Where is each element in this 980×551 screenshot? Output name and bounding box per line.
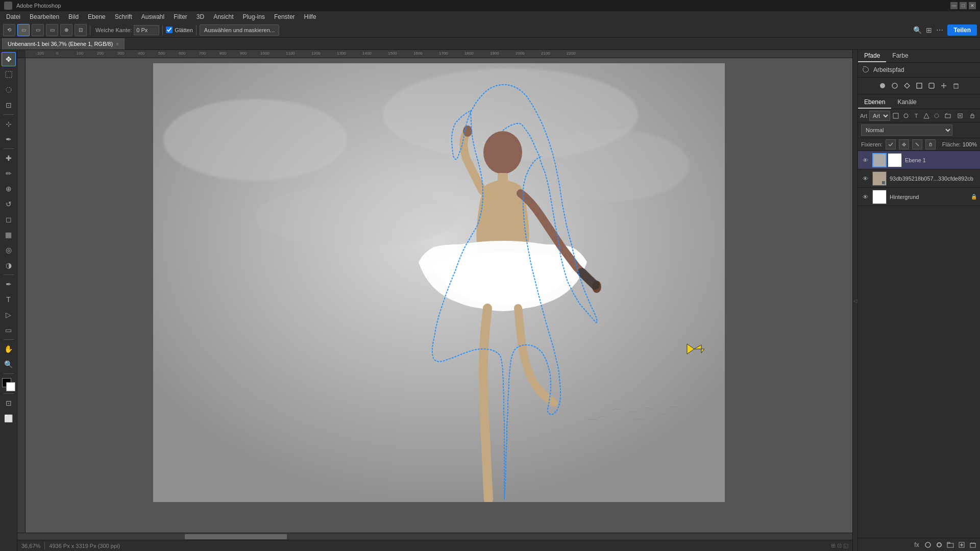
- share-button[interactable]: Teilen: [947, 24, 977, 36]
- dodge-tool[interactable]: ◑: [2, 258, 16, 272]
- visibility-hintergrund[interactable]: 👁: [861, 193, 869, 201]
- filter-smart-btn[interactable]: [932, 110, 941, 121]
- text-tool[interactable]: T: [2, 292, 16, 307]
- canvas[interactable]: [153, 63, 725, 502]
- filter-adj-btn[interactable]: [901, 110, 911, 121]
- lasso-rect2-btn[interactable]: ▭: [32, 24, 44, 36]
- lasso-rect-btn[interactable]: ▭: [17, 24, 30, 36]
- quick-mask-tool[interactable]: ⊡: [2, 396, 16, 410]
- pfade-btn-diamond[interactable]: [902, 81, 912, 91]
- blend-mode-select[interactable]: Normal: [861, 124, 952, 136]
- selection-tool[interactable]: [2, 67, 16, 82]
- foreground-background-colors[interactable]: [2, 378, 15, 391]
- scrollbar-horizontal[interactable]: [17, 533, 852, 540]
- pfade-btn-square[interactable]: [914, 81, 924, 91]
- filter-text-btn[interactable]: T: [912, 110, 921, 121]
- menu-datei[interactable]: Datei: [2, 12, 24, 21]
- canvas-container[interactable]: [26, 58, 852, 533]
- menu-3d[interactable]: 3D: [192, 12, 208, 21]
- ruler-tick-2: 100: [77, 51, 83, 56]
- tab-close-btn[interactable]: ×: [116, 41, 119, 47]
- add-adjustment-btn[interactable]: [934, 540, 944, 550]
- tab-farbe[interactable]: Farbe: [886, 50, 914, 62]
- layer-item-smartobj[interactable]: 👁 ⊡ 93db395218b057...330cfde892cb: [858, 169, 980, 188]
- filter-shape-btn[interactable]: [922, 110, 931, 121]
- tab-pfade[interactable]: Pfade: [858, 50, 886, 62]
- fx-btn[interactable]: fx: [912, 540, 922, 550]
- lock-art-btn[interactable]: [912, 139, 922, 149]
- pfade-btn-rounded-square[interactable]: [926, 81, 937, 91]
- zoom-tool[interactable]: 🔍: [2, 357, 16, 371]
- lock-toggle-btn[interactable]: [967, 110, 978, 121]
- pfade-btn-circle-outline[interactable]: [890, 81, 900, 91]
- menu-ansicht[interactable]: Ansicht: [209, 12, 237, 21]
- add-group-btn[interactable]: [945, 540, 955, 550]
- background-color[interactable]: [6, 382, 15, 391]
- new-layer-btn[interactable]: [954, 110, 966, 121]
- arrange-icon[interactable]: ⊞: [926, 26, 932, 34]
- visibility-ebene1[interactable]: 👁: [861, 156, 869, 164]
- healing-tool[interactable]: ✚: [2, 151, 16, 165]
- pen-tool[interactable]: ✒: [2, 277, 16, 291]
- lasso-option-btn[interactable]: ⊕: [60, 24, 72, 36]
- lasso-option2-btn[interactable]: ⊡: [75, 24, 87, 36]
- menu-bearbeiten[interactable]: Bearbeiten: [26, 12, 63, 21]
- add-mask-btn[interactable]: [923, 540, 933, 550]
- brush-tool[interactable]: ✏: [2, 166, 16, 181]
- gradient-tool[interactable]: ▦: [2, 228, 16, 242]
- add-new-layer-btn[interactable]: [957, 540, 967, 550]
- panel-collapse-handle[interactable]: ◁: [852, 50, 857, 551]
- flache-value[interactable]: 100%: [963, 141, 977, 147]
- menu-filter[interactable]: Filter: [169, 12, 191, 21]
- eraser-tool[interactable]: ◻: [2, 212, 16, 227]
- history-brush-tool[interactable]: ↺: [2, 197, 16, 211]
- pfade-btn-circle-filled[interactable]: [877, 81, 888, 91]
- menu-fenster[interactable]: Fenster: [270, 12, 299, 21]
- maximize-button[interactable]: □: [960, 2, 967, 9]
- tab-kanale[interactable]: Kanäle: [891, 96, 922, 109]
- more-icon[interactable]: ⋯: [936, 26, 943, 34]
- delete-layer-btn[interactable]: [968, 540, 978, 550]
- menu-hilfe[interactable]: Hilfe: [300, 12, 321, 21]
- lasso-rect3-btn[interactable]: ▭: [46, 24, 58, 36]
- lock-check-btn[interactable]: [886, 139, 896, 149]
- search-icon[interactable]: 🔍: [913, 26, 922, 34]
- art-select[interactable]: Art: [869, 111, 890, 121]
- tab-ebenen[interactable]: Ebenen: [858, 96, 891, 109]
- hand-tool[interactable]: ✋: [2, 342, 16, 356]
- smooth-checkbox[interactable]: [166, 27, 173, 33]
- lock-all-btn[interactable]: [925, 139, 936, 149]
- blur-tool[interactable]: ◎: [2, 243, 16, 257]
- minimize-button[interactable]: —: [950, 2, 958, 9]
- menu-auswahl[interactable]: Auswahl: [137, 12, 168, 21]
- shape-tool[interactable]: ▭: [2, 323, 16, 337]
- select-mask-btn[interactable]: Auswählen und maskieren...: [200, 24, 279, 36]
- layer-name-hintergrund: Hintergrund: [890, 194, 968, 200]
- document-tab[interactable]: Unbenannt-1 bei 36,7% (Ebene 1, RGB/8) ×: [2, 38, 125, 49]
- scrollbar-thumb-h[interactable]: [185, 534, 287, 539]
- menu-plugins[interactable]: Plug-ins: [239, 12, 269, 21]
- menu-ebene[interactable]: Ebene: [84, 12, 110, 21]
- feather-input[interactable]: [134, 25, 159, 35]
- close-button[interactable]: ✕: [969, 2, 976, 9]
- lock-pos-btn[interactable]: ✥: [899, 139, 909, 149]
- layer-item-ebene1[interactable]: 👁 Ebene 1: [858, 151, 980, 169]
- visibility-smartobj[interactable]: 👁: [861, 174, 869, 183]
- layer-item-hintergrund[interactable]: 👁 Hintergrund 🔒: [858, 188, 980, 206]
- move-tool-btn[interactable]: ⟲: [3, 24, 15, 36]
- path-select-tool[interactable]: ▷: [2, 308, 16, 322]
- filter-pixel-btn[interactable]: [891, 110, 900, 121]
- screen-mode-tool[interactable]: ⬜: [2, 411, 16, 425]
- eyedropper-tool[interactable]: ✒: [2, 132, 16, 146]
- pfade-btn-plus[interactable]: [939, 81, 949, 91]
- lasso-tool[interactable]: [2, 83, 16, 97]
- menu-schrift[interactable]: Schrift: [111, 12, 136, 21]
- title-bar-controls[interactable]: — □ ✕: [950, 2, 976, 9]
- menu-bild[interactable]: Bild: [64, 12, 83, 21]
- move-tool[interactable]: ✥: [2, 52, 16, 66]
- new-group-btn[interactable]: [942, 110, 953, 121]
- pfade-btn-trash[interactable]: [951, 81, 961, 91]
- clone-stamp-tool[interactable]: ⊕: [2, 182, 16, 196]
- crop-tool[interactable]: ⊹: [2, 117, 16, 131]
- object-select-tool[interactable]: ⊡: [2, 98, 16, 112]
